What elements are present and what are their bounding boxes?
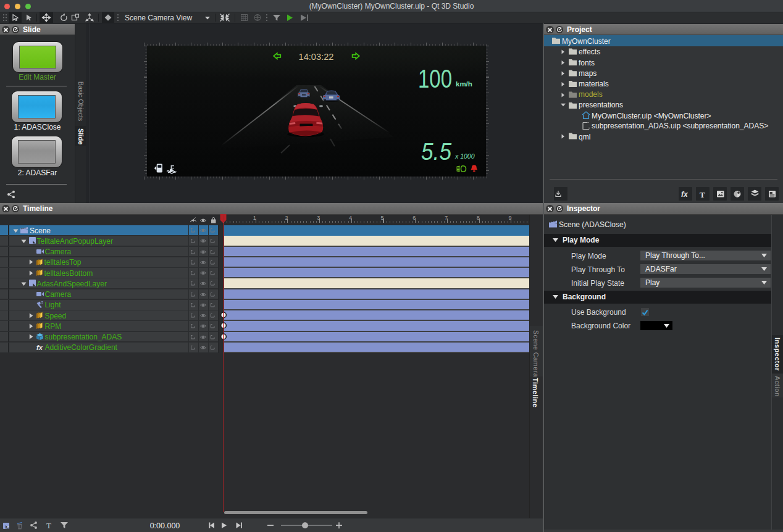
svg-text:fx: fx bbox=[36, 344, 43, 351]
svg-text:qml: qml bbox=[579, 133, 590, 141]
svg-text:14:03:22: 14:03:22 bbox=[299, 52, 334, 62]
svg-text:5.5: 5.5 bbox=[421, 138, 451, 165]
svg-text:maps: maps bbox=[579, 69, 597, 78]
svg-text:100: 100 bbox=[418, 64, 452, 93]
svg-text:materials: materials bbox=[579, 80, 609, 88]
svg-text:km/h: km/h bbox=[456, 80, 472, 88]
svg-text:models: models bbox=[579, 90, 603, 99]
svg-text:fx: fx bbox=[681, 190, 689, 199]
svg-text:x 1000: x 1000 bbox=[454, 152, 475, 160]
svg-text:fonts: fonts bbox=[579, 59, 595, 67]
svg-text:Scene Camera View: Scene Camera View bbox=[125, 14, 193, 22]
svg-text:T: T bbox=[700, 190, 705, 199]
svg-text:T: T bbox=[46, 521, 51, 530]
svg-text:presentations: presentations bbox=[579, 101, 623, 109]
svg-text:effects: effects bbox=[579, 48, 600, 56]
svg-text:0:00.000: 0:00.000 bbox=[150, 522, 180, 530]
svg-text:MyOwnCluster.uip <MyOwnCluster: MyOwnCluster.uip <MyOwnCluster> bbox=[592, 112, 711, 120]
svg-text:MyOwnCluster: MyOwnCluster bbox=[562, 37, 611, 46]
svg-text:subpresentation_ADAS.uip <subp: subpresentation_ADAS.uip <subpresentatio… bbox=[592, 122, 768, 130]
